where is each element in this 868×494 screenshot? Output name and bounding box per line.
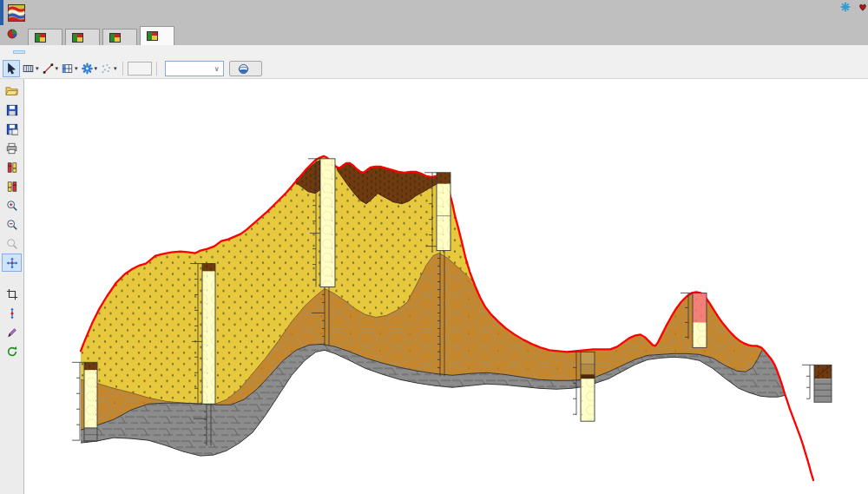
tab-untitled-2[interactable] [65, 29, 100, 45]
line-tool-button[interactable]: ▾ [41, 60, 60, 77]
floppy-disk-icon [6, 104, 18, 116]
floppy-export-icon [6, 123, 18, 135]
log-segment [320, 159, 335, 287]
dropdown-caret-icon: ▾ [36, 65, 39, 72]
log-segment [581, 352, 595, 364]
tab-bar [0, 25, 868, 45]
pattern-tool-button[interactable]: ▾ [80, 60, 99, 77]
menu-digitize[interactable] [56, 51, 66, 53]
strat-columns-alt-icon [6, 181, 18, 193]
annotate-button[interactable] [2, 323, 22, 341]
vertical-exaggeration-button[interactable] [128, 62, 152, 76]
select-cursor-button[interactable] [3, 60, 20, 77]
title-bar [0, 0, 868, 25]
zoom-out-button[interactable] [2, 215, 22, 234]
zoom-window-button[interactable] [2, 234, 22, 253]
line-icon [42, 63, 55, 75]
save-button[interactable] [2, 101, 22, 119]
dropdown-caret-icon: ▾ [75, 65, 78, 72]
section-canvas[interactable] [24, 79, 868, 494]
borehole-a06[interactable] [802, 365, 832, 402]
cross-section [24, 79, 868, 494]
chevron-down-icon: ∨ [214, 65, 220, 73]
log-columns-alt-button[interactable] [2, 177, 22, 195]
zoom-level-combobox[interactable]: ∨ [165, 61, 224, 76]
menu-edit[interactable] [14, 51, 24, 53]
tab-options[interactable] [3, 24, 28, 45]
section-doc-icon [109, 33, 121, 43]
app-icon [8, 4, 25, 22]
menu-bar [0, 45, 868, 59]
refresh-icon [6, 346, 18, 358]
section-doc-icon [35, 33, 46, 43]
log-segment [437, 173, 450, 184]
favorites-button[interactable] [858, 1, 868, 12]
log-segment [202, 264, 215, 272]
log-segment [84, 370, 97, 427]
tab-untitled-1[interactable] [28, 29, 62, 45]
borehole-b05[interactable] [72, 362, 97, 441]
log-segment [202, 272, 215, 405]
vertical-arrows-icon [6, 307, 18, 319]
refresh-button[interactable] [2, 342, 22, 360]
favorites-icon [858, 1, 868, 12]
open-button[interactable] [2, 82, 22, 100]
section-extent-button[interactable]: ▾ [21, 60, 40, 77]
menu-measure[interactable] [45, 51, 56, 53]
window-edge [0, 0, 3, 25]
zoom-in-button[interactable] [2, 196, 22, 214]
toolbar-separator [122, 62, 123, 76]
pan-button[interactable] [2, 254, 22, 272]
options-sphere-icon [7, 29, 17, 39]
save-copy-button[interactable] [2, 120, 22, 138]
toolbar: ▾ ▾ ▾ ▾ ▾ ∨ [0, 59, 868, 79]
app-window: ▾ ▾ ▾ ▾ ▾ ∨ [0, 0, 868, 494]
crop-button[interactable] [2, 285, 22, 303]
terrain-layers [81, 156, 786, 456]
log-segment [814, 379, 832, 402]
tab-untitled-3[interactable] [102, 29, 137, 45]
log-segment [581, 374, 595, 379]
log-segment [581, 379, 595, 421]
globe-icon [238, 63, 249, 75]
depth-scale [802, 365, 814, 398]
menu-file[interactable] [3, 51, 14, 53]
log-columns-button[interactable]: ▾ [60, 60, 79, 77]
grid-columns-icon [61, 63, 74, 75]
menu-help[interactable] [97, 46, 110, 58]
dropdown-caret-icon: ▾ [114, 65, 117, 72]
tool-sidebar [0, 79, 24, 494]
zoom-out-icon [6, 219, 18, 231]
menu-utilities[interactable] [66, 51, 76, 53]
tab-untitled-4-active[interactable] [140, 26, 174, 45]
google-earth-button[interactable] [229, 61, 262, 76]
dropdown-caret-icon: ▾ [95, 65, 98, 72]
zoom-in-icon [6, 200, 18, 212]
settings-button[interactable] [840, 1, 851, 12]
log-segment [581, 364, 595, 374]
strat-columns-icon [6, 161, 18, 174]
dots-icon [100, 63, 113, 75]
log-segment [84, 362, 97, 370]
log-segment [84, 427, 97, 441]
print-button[interactable] [2, 139, 22, 157]
toolbar-separator [156, 62, 157, 76]
point-display-button[interactable]: ▾ [99, 60, 118, 77]
pan-arrows-icon [6, 257, 18, 269]
menu-draw[interactable] [35, 51, 45, 53]
crop-icon [6, 288, 18, 300]
cursor-icon [5, 63, 17, 75]
folder-open-icon [5, 84, 18, 97]
settings-icon [840, 1, 851, 12]
zoom-window-disabled-icon [6, 238, 18, 250]
menu-window[interactable] [87, 51, 97, 53]
printer-icon [5, 142, 18, 155]
dropdown-caret-icon: ▾ [56, 65, 59, 72]
vertical-move-button[interactable] [2, 304, 22, 322]
menu-view[interactable] [24, 51, 35, 53]
blue-flower-icon [81, 63, 94, 75]
log-segment [693, 322, 707, 347]
menu-layers[interactable] [76, 51, 87, 53]
log-columns-button[interactable] [2, 158, 22, 176]
log-segment [437, 184, 450, 251]
